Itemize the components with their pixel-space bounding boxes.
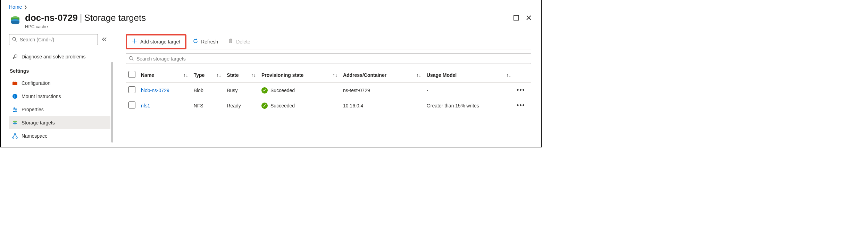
button-label: Add storage target	[140, 39, 180, 44]
storage-stack-icon	[12, 120, 18, 126]
refresh-button[interactable]: Refresh	[189, 36, 222, 47]
sort-icon: ↑↓	[216, 72, 221, 78]
svg-point-15	[13, 111, 15, 112]
sidebar-item-label: Diagnose and solve problems	[22, 54, 85, 59]
sidebar: Diagnose and solve problems Settings Con…	[1, 34, 113, 143]
cell-provisioning: ✓Succeeded	[259, 98, 340, 113]
svg-rect-6	[14, 81, 16, 82]
table-row[interactable]: nfs1 NFS Ready ✓Succeeded 10.16.0.4 Grea…	[126, 98, 531, 113]
sidebar-item-mount-instructions[interactable]: Mount instructions	[9, 90, 110, 103]
hpc-cache-resource-icon	[9, 13, 22, 26]
cell-usage: Greater than 15% writes	[424, 98, 514, 113]
svg-point-13	[15, 109, 17, 111]
sidebar-item-label: Properties	[22, 107, 44, 112]
filter-input[interactable]	[136, 56, 528, 62]
storage-target-link[interactable]: blob-ns-0729	[141, 88, 169, 93]
storage-target-link[interactable]: nfs1	[141, 103, 150, 108]
resource-name: doc-ns-0729	[25, 13, 78, 23]
col-header-usage[interactable]: Usage Model↑↓	[424, 67, 514, 83]
col-header-address[interactable]: Address/Container↑↓	[340, 67, 424, 83]
hierarchy-icon	[12, 133, 18, 139]
sliders-icon	[12, 106, 18, 113]
cell-provisioning: ✓Succeeded	[259, 83, 340, 98]
table-row[interactable]: blob-ns-0729 Blob Busy ✓Succeeded ns-tes…	[126, 83, 531, 98]
sidebar-section-settings: Settings	[9, 63, 110, 76]
svg-point-3	[12, 37, 16, 40]
sidebar-item-diagnose[interactable]: Diagnose and solve problems	[9, 50, 110, 63]
sidebar-item-label: Storage targets	[22, 120, 55, 126]
sort-icon: ↑↓	[506, 72, 511, 78]
search-icon	[129, 56, 134, 62]
sidebar-item-properties[interactable]: Properties	[9, 103, 110, 116]
col-header-name[interactable]: Name↑↓	[138, 67, 191, 83]
collapse-sidebar-icon[interactable]	[101, 37, 107, 43]
cell-usage: -	[424, 83, 514, 98]
row-more-menu[interactable]: •••	[514, 83, 531, 98]
cell-type: NFS	[191, 98, 224, 113]
main-content: Add storage target Refresh Delete	[113, 34, 541, 143]
chevron-right-icon: ❯	[24, 5, 27, 9]
svg-point-20	[16, 137, 17, 138]
svg-line-22	[132, 59, 133, 60]
page-header: doc-ns-0729|Storage targets HPC cache	[1, 11, 541, 34]
maximize-icon[interactable]	[513, 15, 519, 21]
toolbox-icon	[12, 80, 18, 86]
success-icon: ✓	[261, 103, 268, 109]
svg-point-11	[14, 107, 15, 109]
resource-type-label: HPC cache	[25, 24, 513, 29]
sidebar-item-label: Configuration	[22, 80, 50, 86]
trash-icon	[228, 38, 233, 45]
col-header-provisioning[interactable]: Provisioning state↑↓	[259, 67, 340, 83]
cell-state: Ready	[224, 98, 259, 113]
sidebar-search-input[interactable]	[20, 37, 95, 42]
svg-line-4	[15, 40, 17, 41]
svg-rect-2	[514, 15, 519, 20]
svg-point-19	[12, 137, 14, 138]
button-label: Refresh	[201, 39, 218, 44]
svg-point-17	[13, 123, 17, 124]
command-bar: Add storage target Refresh Delete	[126, 34, 531, 49]
svg-point-18	[14, 133, 16, 135]
cell-address: 10.16.0.4	[340, 98, 424, 113]
search-icon	[12, 37, 17, 43]
sidebar-scrollbar[interactable]	[111, 62, 113, 143]
sort-icon: ↑↓	[333, 72, 337, 78]
svg-point-21	[129, 56, 132, 59]
success-icon: ✓	[261, 87, 268, 94]
info-icon	[12, 93, 18, 99]
sidebar-item-configuration[interactable]: Configuration	[9, 76, 110, 90]
sidebar-search[interactable]	[9, 34, 98, 45]
wrench-icon	[12, 54, 18, 60]
refresh-icon	[193, 38, 198, 45]
cell-address: ns-test-0729	[340, 83, 424, 98]
plus-icon	[132, 38, 137, 45]
sort-icon: ↑↓	[251, 72, 256, 78]
row-more-menu[interactable]: •••	[514, 98, 531, 113]
sidebar-item-namespace[interactable]: Namespace	[9, 129, 110, 143]
filter-storage-targets[interactable]	[126, 54, 531, 64]
svg-rect-9	[15, 95, 15, 96]
breadcrumb: Home ❯	[1, 1, 541, 11]
svg-rect-8	[15, 96, 15, 98]
select-all-checkbox[interactable]	[128, 71, 135, 78]
add-storage-target-button[interactable]: Add storage target	[128, 36, 184, 47]
sidebar-item-storage-targets[interactable]: Storage targets	[9, 116, 110, 129]
svg-point-16	[13, 121, 17, 123]
close-icon[interactable]	[526, 15, 532, 21]
page-title: doc-ns-0729|Storage targets	[25, 13, 513, 23]
sort-icon: ↑↓	[183, 72, 188, 78]
sidebar-item-label: Mount instructions	[22, 94, 61, 99]
cell-state: Busy	[224, 83, 259, 98]
storage-targets-table: Name↑↓ Type↑↓ State↑↓ Provisioning state…	[126, 67, 531, 113]
cell-type: Blob	[191, 83, 224, 98]
button-label: Delete	[236, 39, 250, 44]
row-checkbox[interactable]	[128, 102, 135, 108]
row-checkbox[interactable]	[128, 86, 135, 93]
breadcrumb-home[interactable]: Home	[9, 4, 22, 10]
section-title: Storage targets	[84, 13, 146, 23]
delete-button: Delete	[224, 36, 253, 47]
svg-rect-5	[12, 82, 17, 85]
col-header-state[interactable]: State↑↓	[224, 67, 259, 83]
sidebar-item-label: Namespace	[22, 133, 48, 139]
col-header-type[interactable]: Type↑↓	[191, 67, 224, 83]
